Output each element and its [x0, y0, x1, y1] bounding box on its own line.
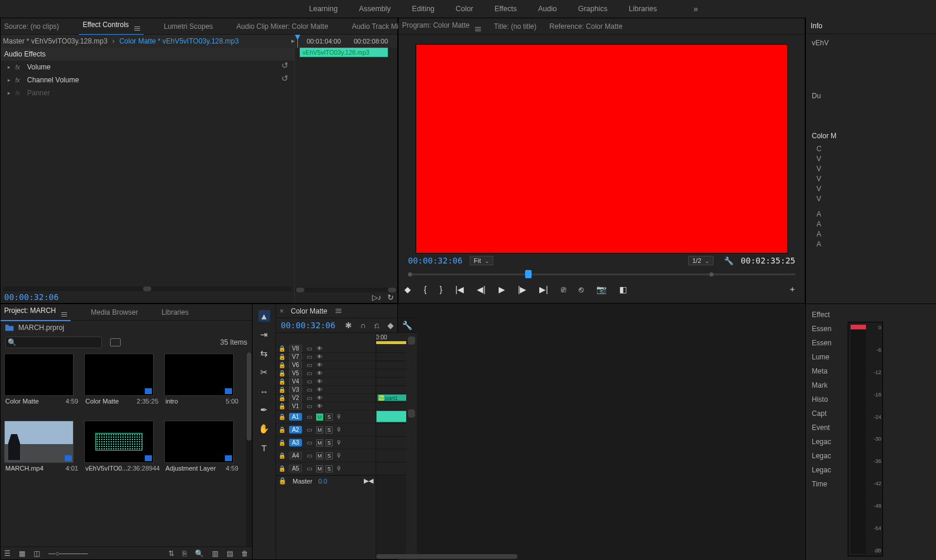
- ws-tab-assembly[interactable]: Assembly: [359, 5, 391, 13]
- lock-icon[interactable]: 🔒: [278, 465, 286, 472]
- close-sequence-icon[interactable]: ×: [280, 307, 284, 315]
- solo-button[interactable]: S: [326, 452, 333, 459]
- master-track-header[interactable]: 🔒Master0.0▶◀: [276, 475, 376, 486]
- lock-icon[interactable]: 🔒: [278, 414, 286, 420]
- panel-menu-icon[interactable]: [61, 312, 67, 316]
- video-track-header[interactable]: 🔒 V3 ▭ 👁: [276, 386, 376, 394]
- audio-track-lane[interactable]: [376, 462, 406, 475]
- extract-button[interactable]: ⎋: [579, 285, 583, 294]
- toggle-output-icon[interactable]: 👁: [316, 370, 323, 376]
- zoom-slider[interactable]: —○————: [48, 549, 88, 558]
- scrub-playhead[interactable]: [525, 270, 532, 278]
- program-timecode[interactable]: 00:00:32:06: [408, 256, 463, 265]
- mini-playhead[interactable]: [297, 35, 298, 48]
- video-track-lane[interactable]: fxTitle 01: [376, 345, 406, 353]
- video-track-lane[interactable]: fxfxMARCH.mp4: [376, 386, 406, 394]
- play-button[interactable]: ▶: [499, 285, 505, 294]
- snap-icon[interactable]: ✱: [345, 321, 352, 330]
- sort-icon[interactable]: ⇅: [168, 549, 174, 558]
- timeline-scroll-y[interactable]: [406, 333, 417, 559]
- audio-track-lane[interactable]: [376, 436, 406, 449]
- sync-lock-icon[interactable]: ▭: [306, 452, 313, 459]
- project-search-input[interactable]: [5, 336, 102, 348]
- bin-item[interactable]: MARCH.mp44:01: [4, 421, 79, 484]
- audio-track-header[interactable]: 🔒 A1 ▭ MS 🎙: [276, 411, 376, 424]
- timeline-scroll-x[interactable]: [376, 554, 406, 559]
- sync-lock-icon[interactable]: ▭: [306, 426, 313, 433]
- sync-lock-icon[interactable]: ▭: [306, 439, 313, 446]
- sequence-tab[interactable]: Color Matte: [291, 307, 327, 315]
- track-select-tool[interactable]: ⇥: [258, 329, 270, 341]
- lift-button[interactable]: ⎚: [561, 285, 566, 294]
- ws-tab-graphics[interactable]: Graphics: [578, 5, 608, 13]
- bin-item[interactable]: Color Matte2:35:25: [84, 354, 160, 417]
- solo-button[interactable]: S: [326, 414, 333, 421]
- only-audio-icon[interactable]: ▷♪: [372, 293, 382, 302]
- panel-menu-icon[interactable]: [336, 309, 341, 313]
- ripple-edit-tool[interactable]: ⇆: [258, 348, 270, 359]
- effect-item-volume[interactable]: ▸fxVolume ↺: [1, 61, 294, 74]
- sync-lock-icon[interactable]: ▭: [306, 345, 313, 352]
- type-tool[interactable]: T: [258, 442, 270, 454]
- new-item-icon[interactable]: ▤: [227, 549, 233, 558]
- audio-track-lane[interactable]: [376, 449, 406, 462]
- reset-icon[interactable]: ↺: [281, 61, 288, 70]
- program-monitor-canvas[interactable]: [416, 44, 788, 254]
- step-back-button[interactable]: ◀|: [477, 285, 486, 294]
- video-track-header[interactable]: 🔒 V7 ▭ 👁: [276, 353, 376, 361]
- video-track-header[interactable]: 🔒 V8 ▭ 👁: [276, 345, 376, 353]
- list-view-icon[interactable]: ☰: [4, 549, 11, 558]
- workspace-overflow-icon[interactable]: »: [690, 4, 702, 14]
- tab-project[interactable]: Project: MARCH: [1, 303, 71, 321]
- toggle-output-icon[interactable]: 👁: [316, 378, 323, 385]
- settings-icon[interactable]: 🔧: [402, 321, 412, 330]
- toggle-output-icon[interactable]: 👁: [316, 354, 323, 360]
- export-frame-button[interactable]: 📷: [596, 285, 606, 294]
- toggle-output-icon[interactable]: 👁: [316, 403, 323, 409]
- lock-icon[interactable]: 🔒: [278, 386, 286, 393]
- pen-tool[interactable]: ✒: [258, 404, 270, 416]
- ws-tab-audio[interactable]: Audio: [538, 5, 557, 13]
- audio-track-header[interactable]: 🔒 A3 ▭ MS 🎙: [276, 436, 376, 449]
- tab-source[interactable]: Source: (no clips): [1, 19, 62, 34]
- timeline-timecode[interactable]: 00:00:32:06: [281, 321, 336, 330]
- timeline-clip[interactable]: fxpart1: [377, 394, 406, 401]
- effect-item-panner[interactable]: ▸fxPanner: [1, 86, 294, 99]
- add-marker-button[interactable]: ◆: [404, 285, 411, 294]
- razor-tool[interactable]: ✂: [258, 366, 270, 378]
- slip-tool[interactable]: ↔: [258, 385, 270, 397]
- hand-tool[interactable]: ✋: [258, 423, 270, 435]
- sync-lock-icon[interactable]: ▭: [306, 465, 313, 472]
- new-bin-icon[interactable]: ▥: [212, 549, 218, 558]
- stacked-panel-tab[interactable]: Effect: [811, 308, 936, 322]
- sync-lock-icon[interactable]: ▭: [306, 386, 313, 393]
- lock-icon[interactable]: 🔒: [278, 395, 286, 401]
- ws-tab-color[interactable]: Color: [456, 5, 473, 13]
- sync-lock-icon[interactable]: ▭: [306, 414, 313, 420]
- sync-lock-icon[interactable]: ▭: [306, 403, 313, 409]
- mute-button[interactable]: M: [316, 452, 323, 459]
- ec-timecode[interactable]: 00:00:32:06: [4, 292, 59, 302]
- track-content-area[interactable]: 00:0000:00:08:0000:00:16:0000:00:24:0000…: [376, 333, 406, 559]
- sync-lock-icon[interactable]: ▭: [306, 362, 313, 368]
- tab-program[interactable]: Program: Color Matte: [402, 21, 481, 31]
- panel-menu-icon[interactable]: [134, 26, 140, 31]
- voiceover-icon[interactable]: 🎙: [336, 452, 342, 459]
- lock-icon[interactable]: 🔒: [278, 354, 286, 360]
- audio-track-lane[interactable]: [376, 424, 406, 436]
- video-track-lane[interactable]: fxColor MatfxMARCH L: [376, 369, 406, 378]
- mini-clip[interactable]: vEhV5vITO03y.128.mp3: [300, 48, 388, 57]
- automate-icon[interactable]: ⎘: [182, 549, 187, 558]
- freeform-view-icon[interactable]: ◫: [34, 549, 40, 558]
- selection-tool[interactable]: ▲: [258, 310, 270, 322]
- video-track-header[interactable]: 🔒 V5 ▭ 👁: [276, 369, 376, 378]
- video-track-lane[interactable]: fxColofxMARCH L: [376, 378, 406, 386]
- effect-mini-ruler[interactable]: ▸ 00:01:04:00 00:02:08:00: [295, 35, 397, 48]
- button-editor-icon[interactable]: ＋: [788, 284, 796, 295]
- go-to-out-button[interactable]: ▶|: [539, 285, 548, 294]
- comparison-button[interactable]: ◧: [619, 285, 627, 294]
- ws-tab-libraries[interactable]: Libraries: [629, 5, 657, 13]
- lock-icon[interactable]: 🔒: [278, 403, 286, 409]
- video-track-header[interactable]: 🔒 V4 ▭ 👁: [276, 378, 376, 386]
- lock-icon[interactable]: 🔒: [278, 426, 286, 433]
